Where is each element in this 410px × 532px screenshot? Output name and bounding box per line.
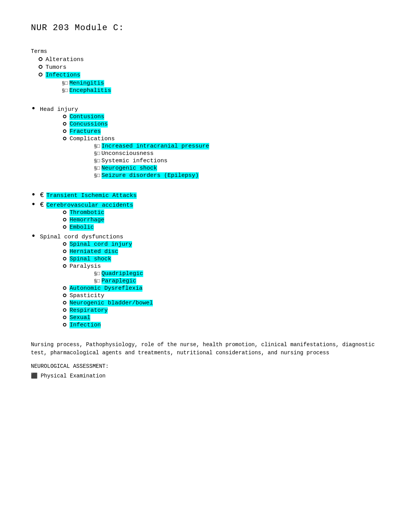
neuro-section: • €Transient Ischemic Attacks • €Cerebro… (31, 191, 379, 329)
list-item: Embolic (63, 224, 379, 231)
infections-label: Infections (46, 72, 80, 78)
head-injury-section: • Head injury Contusions Concussions Fra… (31, 105, 379, 180)
list-item: Contusions (63, 114, 379, 120)
circle-bullet-icon (63, 242, 66, 246)
cva-label: Cerebrovascular accidents (46, 202, 133, 209)
unconsciousness-label: Unconsciousness (102, 150, 154, 157)
list-item: Complications (63, 136, 379, 142)
list-item: Alterations (31, 56, 379, 63)
embolic-label: Embolic (69, 224, 94, 231)
dot-bullet-icon: • (31, 201, 36, 209)
list-item: Fractures (63, 128, 379, 135)
list-item: Spinal shock (63, 256, 379, 262)
list-item: Spasticity (63, 292, 379, 299)
list-item: Infections (31, 71, 379, 78)
physical-exam-label: ⬛ Physical Examination (31, 372, 379, 379)
list-item: • €Cerebrovascular accidents Thrombotic … (31, 201, 379, 231)
list-item: Tumors (31, 64, 379, 71)
paralysis-sub-list: §□ Quadriplegic §□ Paraplegic (40, 270, 379, 284)
spasticity-label: Spasticity (69, 292, 104, 299)
terms-label: Terms (31, 48, 379, 54)
spinal-cord-content: Spinal cord dysfunctions Spinal cord inj… (40, 234, 379, 329)
circle-bullet-icon (63, 122, 66, 126)
head-injury-content: Head injury Contusions Concussions Fract… (40, 106, 379, 180)
complications-sub-list: §□ Increased intracranial pressure §□ Un… (40, 143, 379, 179)
infections-sub-list: §□ Meningitis §□ Encephalitis (31, 80, 379, 94)
circle-bullet-icon (63, 323, 66, 326)
icp-label: Increased intracranial pressure (102, 143, 209, 150)
list-item: §□ Quadriplegic (94, 270, 379, 277)
dot-bullet-icon: • (31, 191, 36, 199)
autonomic-label: Autonomic Dysreflexia (69, 285, 142, 292)
list-item: Sexual (63, 314, 379, 321)
paraplegic-label: Paraplegic (102, 278, 136, 284)
list-item: • €Transient Ischemic Attacks (31, 191, 379, 199)
list-item: Spinal cord injury (63, 241, 379, 248)
spinal-cord-sub-list: Spinal cord injury Herniated disc Spinal… (40, 241, 379, 270)
contusions-label: Contusions (69, 114, 104, 120)
circle-bullet-icon (63, 129, 66, 133)
list-item: Herniated disc (63, 248, 379, 255)
head-injury-label: Head injury (40, 106, 78, 113)
fractures-label: Fractures (69, 128, 101, 135)
section-symbol: §□ (94, 165, 100, 171)
concussions-label: Concussions (69, 121, 108, 127)
circle-bullet-icon (39, 73, 42, 76)
neuro-assessment-label: NEUROLOGICAL ASSESSMENT: (31, 363, 379, 369)
euro-icon: € (40, 201, 44, 209)
meningitis-label: Meningitis (69, 80, 104, 87)
list-item: §□ Meningitis (62, 80, 379, 87)
list-item: §□ Seizure disorders (Epilepsy) (94, 172, 379, 179)
nursing-para: Nursing process, Pathophysiology, role o… (31, 341, 379, 357)
euro-icon: € (40, 191, 44, 199)
section-symbol: §□ (94, 151, 100, 156)
spinal-cord-more-list: Autonomic Dysreflexia Spasticity Neuroge… (40, 285, 379, 328)
herniated-disc-label: Herniated disc (69, 248, 118, 255)
circle-bullet-icon (63, 225, 66, 229)
list-item: • Spinal cord dysfunctions Spinal cord i… (31, 233, 379, 329)
circle-bullet-icon (63, 250, 66, 253)
circle-bullet-icon (63, 301, 66, 304)
list-item: • Head injury Contusions Concussions Fra… (31, 105, 379, 180)
main-list: • Head injury Contusions Concussions Fra… (31, 105, 379, 180)
respiratory-label: Respiratory (69, 307, 108, 314)
list-item: §□ Paraplegic (94, 278, 379, 284)
list-item: Neurogenic bladder/bowel (63, 300, 379, 306)
list-item: Hemorrhage (63, 217, 379, 223)
neurogenic-bladder-label: Neurogenic bladder/bowel (69, 300, 153, 306)
list-item: Paralysis (63, 263, 379, 270)
neuro-list: • €Transient Ischemic Attacks • €Cerebro… (31, 191, 379, 329)
neuro-assessment-section: NEUROLOGICAL ASSESSMENT: ⬛ Physical Exam… (31, 363, 379, 379)
list-item: §□ Systemic infections (94, 158, 379, 164)
circle-bullet-icon (63, 115, 66, 118)
list-item: Concussions (63, 121, 379, 127)
dot-bullet-icon: • (31, 232, 36, 241)
spinal-cord-label: Spinal cord dysfunctions (40, 234, 123, 240)
hemorrhage-label: Hemorrhage (69, 217, 104, 223)
cva-sub-list: Thrombotic Hemorrhage Embolic (40, 209, 379, 231)
circle-bullet-icon (63, 308, 66, 312)
list-item: §□ Increased intracranial pressure (94, 143, 379, 150)
circle-bullet-icon (39, 65, 42, 69)
section-symbol: §□ (94, 158, 100, 164)
section-symbol: §□ (94, 173, 100, 178)
list-item: Thrombotic (63, 209, 379, 216)
page-title: NUR 203 Module C: (31, 23, 379, 33)
tia-label: Transient Ischemic Attacks (46, 192, 137, 199)
circle-bullet-icon (63, 294, 66, 297)
circle-bullet-icon (63, 286, 66, 290)
circle-bullet-icon (63, 137, 66, 140)
dot-bullet-icon: • (31, 105, 36, 113)
tia-content: €Transient Ischemic Attacks (40, 191, 379, 199)
circle-bullet-icon (63, 316, 66, 319)
complications-label: Complications (69, 136, 115, 142)
head-injury-sub-list: Contusions Concussions Fractures Complic… (40, 114, 379, 142)
terms-section: Terms Alterations Tumors Infections §□ M… (31, 48, 379, 94)
infection-label: Infection (69, 322, 101, 328)
spinal-shock-label: Spinal shock (69, 256, 111, 262)
section-symbol: §□ (94, 278, 100, 284)
section-symbol: §□ (94, 143, 100, 149)
list-item: §□ Encephalitis (62, 87, 379, 94)
list-item: Autonomic Dysreflexia (63, 285, 379, 292)
circle-bullet-icon (63, 211, 66, 214)
